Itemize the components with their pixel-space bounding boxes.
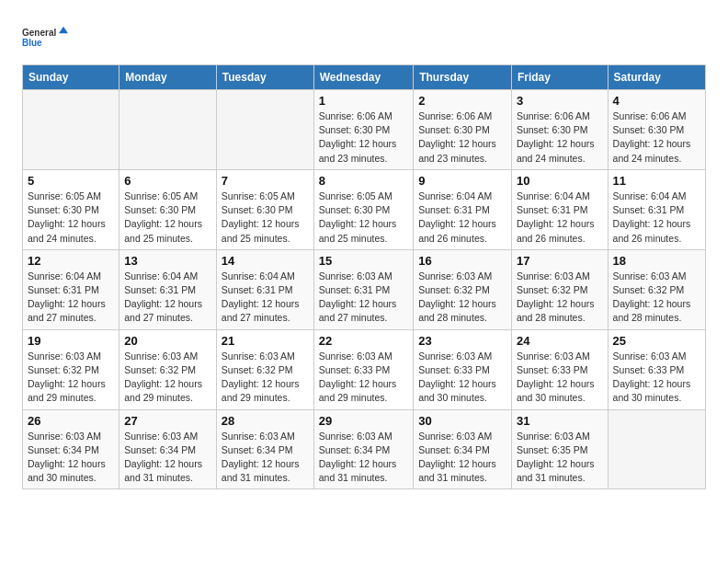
day-number: 25 <box>613 334 700 348</box>
day-number: 22 <box>319 334 408 348</box>
calendar-cell: 25Sunrise: 6:03 AM Sunset: 6:33 PM Dayli… <box>608 329 705 409</box>
day-info: Sunrise: 6:05 AM Sunset: 6:30 PM Dayligh… <box>124 190 211 246</box>
day-info: Sunrise: 6:03 AM Sunset: 6:35 PM Dayligh… <box>517 430 603 486</box>
day-number: 13 <box>124 254 211 268</box>
weekday-header-tuesday: Tuesday <box>216 65 313 90</box>
day-number: 1 <box>319 94 408 108</box>
calendar-cell: 15Sunrise: 6:03 AM Sunset: 6:31 PM Dayli… <box>313 249 413 329</box>
calendar-cell: 30Sunrise: 6:03 AM Sunset: 6:34 PM Dayli… <box>414 409 512 489</box>
weekday-header-thursday: Thursday <box>414 65 512 90</box>
day-number: 2 <box>418 94 506 108</box>
day-number: 16 <box>418 254 506 268</box>
day-info: Sunrise: 6:03 AM Sunset: 6:34 PM Dayligh… <box>124 430 211 486</box>
calendar-week-row: 5Sunrise: 6:05 AM Sunset: 6:30 PM Daylig… <box>23 169 706 249</box>
day-info: Sunrise: 6:03 AM Sunset: 6:32 PM Dayligh… <box>613 270 700 326</box>
calendar-cell: 6Sunrise: 6:05 AM Sunset: 6:30 PM Daylig… <box>119 169 217 249</box>
day-info: Sunrise: 6:03 AM Sunset: 6:32 PM Dayligh… <box>418 270 506 326</box>
day-number: 14 <box>222 254 309 268</box>
day-info: Sunrise: 6:04 AM Sunset: 6:31 PM Dayligh… <box>418 190 506 246</box>
calendar-cell <box>216 90 313 170</box>
day-number: 9 <box>418 174 506 188</box>
day-info: Sunrise: 6:04 AM Sunset: 6:31 PM Dayligh… <box>28 270 114 326</box>
day-number: 4 <box>613 94 700 108</box>
calendar-cell: 12Sunrise: 6:04 AM Sunset: 6:31 PM Dayli… <box>23 249 119 329</box>
calendar-cell: 13Sunrise: 6:04 AM Sunset: 6:31 PM Dayli… <box>119 249 217 329</box>
calendar-cell: 17Sunrise: 6:03 AM Sunset: 6:32 PM Dayli… <box>511 249 608 329</box>
day-number: 29 <box>319 414 408 428</box>
calendar-cell: 11Sunrise: 6:04 AM Sunset: 6:31 PM Dayli… <box>608 169 705 249</box>
day-info: Sunrise: 6:03 AM Sunset: 6:32 PM Dayligh… <box>28 350 114 406</box>
svg-text:Blue: Blue <box>22 38 42 48</box>
day-number: 26 <box>28 414 114 428</box>
day-number: 23 <box>418 334 506 348</box>
calendar-cell: 29Sunrise: 6:03 AM Sunset: 6:34 PM Dayli… <box>313 409 413 489</box>
day-info: Sunrise: 6:04 AM Sunset: 6:31 PM Dayligh… <box>613 190 700 246</box>
weekday-header-saturday: Saturday <box>608 65 705 90</box>
day-number: 31 <box>517 414 603 428</box>
day-number: 10 <box>517 174 603 188</box>
day-info: Sunrise: 6:05 AM Sunset: 6:30 PM Dayligh… <box>222 190 309 246</box>
day-number: 27 <box>124 414 211 428</box>
calendar-cell: 5Sunrise: 6:05 AM Sunset: 6:30 PM Daylig… <box>23 169 119 249</box>
day-info: Sunrise: 6:03 AM Sunset: 6:33 PM Dayligh… <box>517 350 603 406</box>
day-number: 8 <box>319 174 408 188</box>
calendar-cell: 10Sunrise: 6:04 AM Sunset: 6:31 PM Dayli… <box>511 169 608 249</box>
calendar-week-row: 19Sunrise: 6:03 AM Sunset: 6:32 PM Dayli… <box>23 329 706 409</box>
calendar-cell: 28Sunrise: 6:03 AM Sunset: 6:34 PM Dayli… <box>216 409 313 489</box>
day-number: 28 <box>222 414 309 428</box>
day-number: 12 <box>28 254 114 268</box>
day-number: 3 <box>517 94 603 108</box>
header: General Blue <box>22 18 706 55</box>
day-info: Sunrise: 6:06 AM Sunset: 6:30 PM Dayligh… <box>613 109 700 166</box>
calendar-table: SundayMondayTuesdayWednesdayThursdayFrid… <box>22 64 706 489</box>
day-number: 15 <box>319 254 408 268</box>
calendar-cell: 27Sunrise: 6:03 AM Sunset: 6:34 PM Dayli… <box>119 409 217 489</box>
calendar-cell: 3Sunrise: 6:06 AM Sunset: 6:30 PM Daylig… <box>511 90 608 170</box>
calendar-cell: 21Sunrise: 6:03 AM Sunset: 6:32 PM Dayli… <box>216 329 313 409</box>
day-info: Sunrise: 6:03 AM Sunset: 6:33 PM Dayligh… <box>319 350 408 406</box>
day-info: Sunrise: 6:03 AM Sunset: 6:34 PM Dayligh… <box>319 430 408 486</box>
calendar-cell: 22Sunrise: 6:03 AM Sunset: 6:33 PM Dayli… <box>313 329 413 409</box>
logo-icon: General Blue <box>22 18 68 55</box>
day-number: 18 <box>613 254 700 268</box>
day-info: Sunrise: 6:03 AM Sunset: 6:33 PM Dayligh… <box>613 350 700 406</box>
weekday-header-monday: Monday <box>119 65 217 90</box>
day-number: 30 <box>418 414 506 428</box>
calendar-cell <box>119 90 217 170</box>
logo: General Blue <box>22 18 68 55</box>
calendar-cell: 8Sunrise: 6:05 AM Sunset: 6:30 PM Daylig… <box>313 169 413 249</box>
calendar-week-row: 12Sunrise: 6:04 AM Sunset: 6:31 PM Dayli… <box>23 249 706 329</box>
day-number: 17 <box>517 254 603 268</box>
weekday-header-row: SundayMondayTuesdayWednesdayThursdayFrid… <box>23 65 706 90</box>
weekday-header-friday: Friday <box>511 65 608 90</box>
day-info: Sunrise: 6:03 AM Sunset: 6:34 PM Dayligh… <box>28 430 114 486</box>
calendar-cell: 23Sunrise: 6:03 AM Sunset: 6:33 PM Dayli… <box>414 329 512 409</box>
day-info: Sunrise: 6:05 AM Sunset: 6:30 PM Dayligh… <box>319 190 408 246</box>
svg-marker-2 <box>59 27 68 34</box>
day-info: Sunrise: 6:03 AM Sunset: 6:33 PM Dayligh… <box>418 350 506 406</box>
calendar-cell: 16Sunrise: 6:03 AM Sunset: 6:32 PM Dayli… <box>414 249 512 329</box>
calendar-cell <box>608 409 705 489</box>
calendar-cell: 18Sunrise: 6:03 AM Sunset: 6:32 PM Dayli… <box>608 249 705 329</box>
calendar-cell: 24Sunrise: 6:03 AM Sunset: 6:33 PM Dayli… <box>511 329 608 409</box>
svg-text:General: General <box>22 28 56 38</box>
day-number: 11 <box>613 174 700 188</box>
day-number: 24 <box>517 334 603 348</box>
day-info: Sunrise: 6:04 AM Sunset: 6:31 PM Dayligh… <box>222 270 309 326</box>
calendar-week-row: 1Sunrise: 6:06 AM Sunset: 6:30 PM Daylig… <box>23 90 706 170</box>
day-info: Sunrise: 6:04 AM Sunset: 6:31 PM Dayligh… <box>124 270 211 326</box>
calendar-cell <box>23 90 119 170</box>
day-info: Sunrise: 6:06 AM Sunset: 6:30 PM Dayligh… <box>418 109 506 166</box>
day-info: Sunrise: 6:06 AM Sunset: 6:30 PM Dayligh… <box>319 109 408 166</box>
day-number: 21 <box>222 334 309 348</box>
calendar-cell: 31Sunrise: 6:03 AM Sunset: 6:35 PM Dayli… <box>511 409 608 489</box>
calendar-cell: 20Sunrise: 6:03 AM Sunset: 6:32 PM Dayli… <box>119 329 217 409</box>
day-number: 19 <box>28 334 114 348</box>
day-info: Sunrise: 6:06 AM Sunset: 6:30 PM Dayligh… <box>517 109 603 166</box>
weekday-header-wednesday: Wednesday <box>313 65 413 90</box>
day-info: Sunrise: 6:03 AM Sunset: 6:34 PM Dayligh… <box>222 430 309 486</box>
calendar-cell: 19Sunrise: 6:03 AM Sunset: 6:32 PM Dayli… <box>23 329 119 409</box>
day-info: Sunrise: 6:03 AM Sunset: 6:32 PM Dayligh… <box>124 350 211 406</box>
day-number: 5 <box>28 174 114 188</box>
day-info: Sunrise: 6:03 AM Sunset: 6:31 PM Dayligh… <box>319 270 408 326</box>
